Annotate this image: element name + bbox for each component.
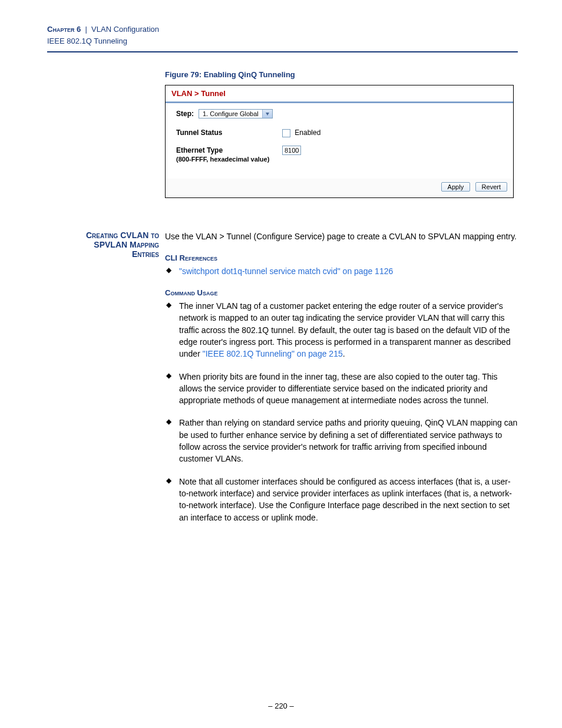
breadcrumb-child: Tunnel: [201, 89, 226, 98]
usage-text-1b: .: [343, 349, 345, 358]
usage-item-3: Rather than relying on standard service …: [165, 417, 518, 465]
step-label: Step:: [176, 110, 194, 118]
ethertype-input[interactable]: 8100: [282, 146, 301, 155]
command-usage-heading: Command Usage: [165, 288, 518, 299]
chapter-label: Chapter 6: [47, 25, 81, 34]
cli-references-list: "switchport dot1q-tunnel service match c…: [165, 265, 518, 277]
cli-reference-link[interactable]: "switchport dot1q-tunnel service match c…: [179, 266, 393, 276]
figure-caption: Figure 79: Enabling QinQ Tunneling: [165, 70, 518, 79]
margin-head-l1: Creating CVLAN to: [86, 230, 159, 240]
chapter-title: VLAN Configuration: [91, 25, 159, 34]
revert-button[interactable]: Revert: [475, 182, 507, 192]
section-margin-heading: Creating CVLAN to SPVLAN Mapping Entries: [47, 230, 165, 534]
chapter-line: Chapter 6 | VLAN Configuration: [47, 24, 518, 35]
ethertype-label: Ethernet Type: [176, 146, 223, 154]
step-select[interactable]: 1. Configure Global: [199, 109, 273, 118]
section-intro: Use the VLAN > Tunnel (Configure Service…: [165, 230, 518, 242]
embedded-screenshot: VLAN > Tunnel Step: 1. Configure Global …: [165, 85, 514, 198]
margin-head-l2: SPVLAN Mapping: [94, 240, 159, 249]
breadcrumb-parent: VLAN: [171, 89, 192, 98]
cli-references-heading: CLI References: [165, 253, 518, 264]
page-number: – 220 –: [0, 701, 562, 710]
usage-item-2: When priority bits are found in the inne…: [165, 371, 518, 407]
separator: |: [85, 25, 87, 34]
button-bar: Apply Revert: [166, 179, 513, 197]
header-subhead: IEEE 802.1Q Tunneling: [47, 35, 518, 47]
step-select-value: 1. Configure Global: [199, 110, 262, 118]
breadcrumb: VLAN > Tunnel: [166, 85, 513, 102]
section-body: Use the VLAN > Tunnel (Configure Service…: [165, 230, 518, 534]
margin-head-l3: Entries: [132, 249, 159, 259]
chevron-down-icon[interactable]: [262, 110, 272, 118]
tunnel-status-checkbox[interactable]: [282, 129, 290, 137]
usage-item-1: The inner VLAN tag of a customer packet …: [165, 300, 518, 360]
usage-item-4: Note that all customer interfaces should…: [165, 476, 518, 523]
apply-button[interactable]: Apply: [441, 182, 471, 192]
tunnel-status-label: Tunnel Status: [176, 129, 282, 138]
page-header: Chapter 6 | VLAN Configuration IEEE 802.…: [47, 24, 518, 52]
command-usage-list: The inner VLAN tag of a customer packet …: [165, 300, 518, 523]
ethertype-sublabel: (800-FFFF, hexadecimal value): [176, 156, 269, 163]
usage-link-1[interactable]: "IEEE 802.1Q Tunneling" on page 215: [203, 349, 343, 358]
breadcrumb-sep: >: [194, 89, 201, 98]
enabled-label: Enabled: [295, 129, 320, 137]
cli-reference-item: "switchport dot1q-tunnel service match c…: [165, 265, 518, 277]
